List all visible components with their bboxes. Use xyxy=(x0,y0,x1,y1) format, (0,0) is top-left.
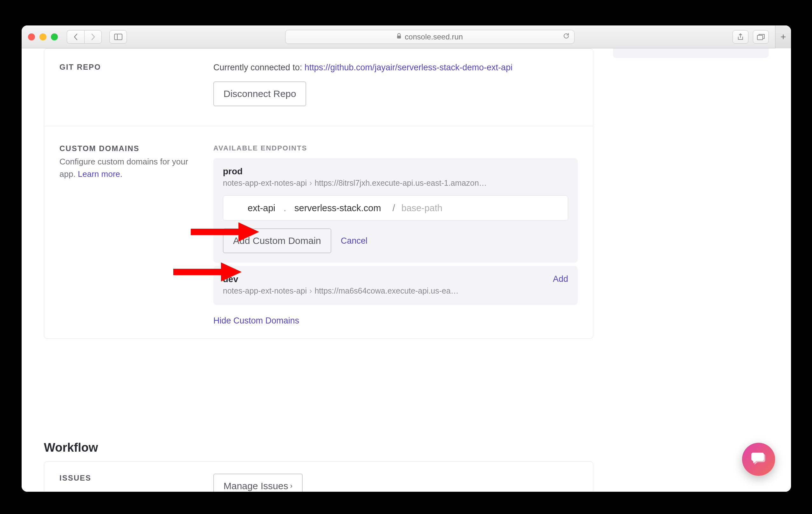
close-window-button[interactable] xyxy=(28,33,35,40)
svg-marker-5 xyxy=(238,222,259,241)
manage-issues-button[interactable]: Manage Issues › xyxy=(213,474,303,492)
plus-icon: + xyxy=(781,31,786,42)
workflow-heading: Workflow xyxy=(44,441,98,455)
endpoint-dev: dev notes-app-ext-notes-api›https://ma6s… xyxy=(213,266,578,305)
svg-marker-7 xyxy=(221,262,242,282)
chevron-right-icon xyxy=(91,33,96,40)
add-domain-link[interactable]: Add xyxy=(553,274,568,284)
hide-custom-domains-link[interactable]: Hide Custom Domains xyxy=(213,316,299,326)
learn-more-link[interactable]: Learn more. xyxy=(78,169,122,179)
chevron-left-icon xyxy=(73,33,78,40)
disconnect-repo-button[interactable]: Disconnect Repo xyxy=(213,81,306,106)
base-path-input[interactable] xyxy=(398,203,568,213)
svg-rect-0 xyxy=(114,34,122,40)
git-repo-connected: Currently connected to: https://github.c… xyxy=(213,63,578,73)
sidebar-icon xyxy=(114,34,122,40)
domain-input-row: ext-api . serverless-stack.com / xyxy=(223,195,568,221)
chevron-right-icon: › xyxy=(309,286,312,295)
share-icon xyxy=(737,33,744,41)
forward-button[interactable] xyxy=(84,30,102,44)
sidebar-ghost-card xyxy=(613,48,769,58)
endpoint-path: notes-app-ext-notes-api›https://8itrsl7j… xyxy=(223,178,568,188)
share-button[interactable] xyxy=(732,30,748,44)
git-repo-link[interactable]: https://github.com/jayair/serverless-sta… xyxy=(304,63,513,72)
reload-button[interactable] xyxy=(563,32,570,41)
annotation-arrow-2 xyxy=(173,261,243,283)
endpoint-path: notes-app-ext-notes-api›https://ma6s64co… xyxy=(223,286,459,295)
nav-buttons xyxy=(67,30,102,44)
custom-domains-desc: Configure custom domains for your app. L… xyxy=(59,155,198,180)
dot-separator: . xyxy=(284,203,286,213)
svg-rect-3 xyxy=(757,35,763,40)
fullscreen-button[interactable] xyxy=(51,33,58,40)
safari-window: console.seed.run + xyxy=(22,25,791,492)
traffic-lights xyxy=(28,33,58,40)
endpoint-prod: prod notes-app-ext-notes-api›https://8it… xyxy=(213,158,578,263)
lock-icon xyxy=(397,33,402,40)
issues-label: ISSUES xyxy=(59,474,213,483)
annotation-arrow-1 xyxy=(191,221,261,243)
back-button[interactable] xyxy=(67,30,84,44)
settings-card: GIT REPO Currently connected to: https:/… xyxy=(44,48,593,339)
tabs-button[interactable] xyxy=(753,30,769,44)
git-repo-label: GIT REPO xyxy=(59,63,201,72)
chevron-right-icon: › xyxy=(309,178,312,187)
svg-rect-2 xyxy=(397,36,401,38)
sidebar-toggle-button[interactable] xyxy=(109,30,127,44)
subdomain-select[interactable]: ext-api xyxy=(223,203,284,213)
cancel-link[interactable]: Cancel xyxy=(341,236,368,246)
workflow-card: ISSUES Manage Issues › xyxy=(44,461,593,492)
endpoint-name: prod xyxy=(223,166,568,176)
reload-icon xyxy=(563,32,570,39)
chevron-right-icon: › xyxy=(290,482,292,490)
page-content: GIT REPO Currently connected to: https:/… xyxy=(22,48,791,492)
chat-widget-button[interactable] xyxy=(742,443,775,476)
url-text: console.seed.run xyxy=(405,32,463,41)
new-tab-button[interactable]: + xyxy=(775,25,791,48)
tabs-icon xyxy=(757,34,765,40)
available-endpoints-label: AVAILABLE ENDPOINTS xyxy=(213,144,578,152)
browser-toolbar: console.seed.run + xyxy=(22,25,791,48)
domain-select[interactable]: serverless-stack.com xyxy=(286,203,389,213)
slash-separator: / xyxy=(389,203,398,213)
address-bar[interactable]: console.seed.run xyxy=(285,30,575,44)
custom-domains-label: CUSTOM DOMAINS xyxy=(59,144,198,153)
chat-icon xyxy=(750,451,767,468)
minimize-window-button[interactable] xyxy=(39,33,47,40)
endpoint-name: dev xyxy=(223,274,459,284)
